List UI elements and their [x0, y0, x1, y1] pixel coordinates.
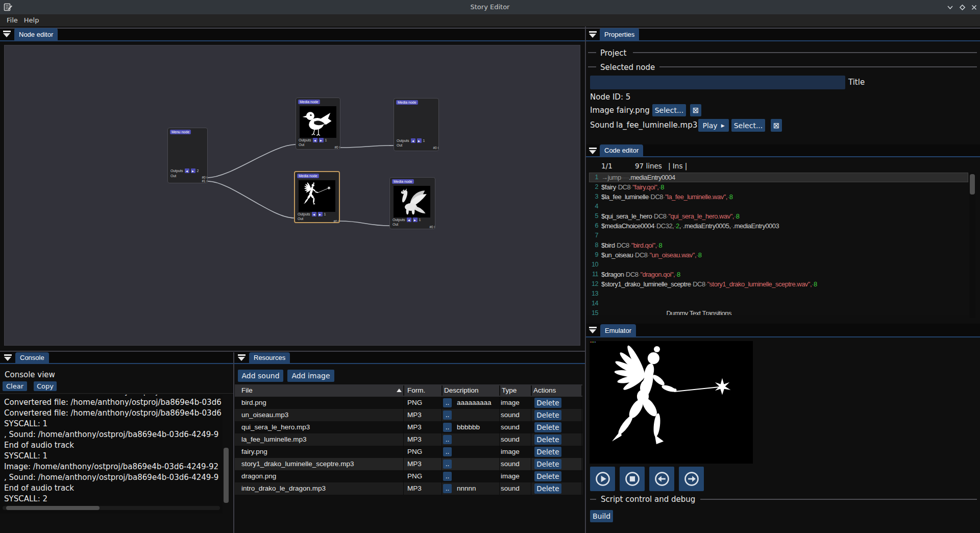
code-line-8[interactable]: 8$bird·DC8·"bird.qoi",·8	[586, 240, 975, 250]
console-vscrollbar[interactable]	[224, 448, 229, 503]
delete-button[interactable]: Delete	[534, 447, 561, 457]
image-clear-button[interactable]: ⊠	[690, 104, 701, 116]
tab-node-editor[interactable]: Node editor	[14, 28, 58, 41]
code-line-11[interactable]: 11$dragon·DC8·"dragon.qoi",·8	[586, 270, 975, 279]
col-type[interactable]: Type	[502, 384, 517, 397]
graph-node-bird-1[interactable]: Media nodeOutputs◀▶1Out#0 Out	[296, 98, 340, 150]
copy-button[interactable]: Copy	[34, 381, 57, 391]
code-line-7[interactable]: 7	[586, 231, 975, 240]
graph-node-fairy-3[interactable]: Media nodeOutputs◀▶1Out#0 Out	[294, 171, 340, 223]
delete-button[interactable]: Delete	[534, 422, 561, 432]
code-line-9[interactable]: 9$un_oiseau·DC8·"un_oiseau.wav",·8	[586, 250, 975, 260]
clear-button[interactable]: Clear	[3, 381, 27, 391]
col-description[interactable]: Description	[444, 384, 479, 397]
col-form[interactable]: Form.	[407, 384, 425, 397]
tab-emulator[interactable]: Emulator	[600, 324, 636, 336]
collapse-icon[interactable]	[4, 354, 12, 361]
left-horizontal-splitter[interactable]	[0, 351, 585, 352]
increment-outputs-button[interactable]: ▶	[318, 212, 323, 216]
description-edit-button[interactable]: ..	[443, 435, 452, 444]
sound-play-button[interactable]: Play▶	[698, 119, 729, 132]
collapse-icon[interactable]	[238, 354, 246, 361]
emulator-step-back-button[interactable]	[649, 467, 674, 491]
increment-outputs-button[interactable]: ▶	[413, 217, 418, 222]
sound-clear-button[interactable]: ⊠	[771, 119, 782, 132]
resource-row-intro_drako_le_dragon.mp3[interactable]: intro_drako_le_dragon.mp3MP3..nnnnnsound…	[235, 482, 582, 495]
code-line-1[interactable]: 1→jump····.mediaEntry0004	[586, 173, 975, 182]
resource-row-dragon.png[interactable]: dragon.pngPNG..imageDelete	[235, 470, 582, 482]
description-edit-button[interactable]: ..	[443, 484, 452, 493]
emulator-stop-button[interactable]	[620, 467, 645, 491]
resources-table-header[interactable]: File Form. Description Type Actions	[235, 384, 582, 397]
code-line-12[interactable]: 12$story1_drako_luminelle_sceptre·DC8·"s…	[586, 279, 975, 289]
graph-node-plain-0[interactable]: Menu nodeOutputs◀▶2Out#0 Out#1 Out	[167, 128, 208, 183]
maximize-window-icon[interactable]	[956, 0, 968, 14]
tab-resources[interactable]: Resources	[249, 352, 290, 363]
col-file[interactable]: File	[241, 384, 253, 397]
code-line-14[interactable]: 14	[586, 299, 975, 308]
tab-console[interactable]: Console	[15, 352, 49, 363]
description-edit-button[interactable]: ..	[443, 459, 452, 469]
graph-node-dragon-4[interactable]: Media nodeOutputs◀▶1Out#0 Out	[389, 177, 435, 229]
collapse-icon[interactable]	[589, 31, 597, 38]
code-line-5[interactable]: 5$qui_sera_le_hero·DC8·"qui_sera_le_hero…	[586, 211, 975, 221]
collapse-icon[interactable]	[3, 31, 11, 38]
decrement-outputs-button[interactable]: ◀	[312, 212, 316, 216]
console-resources-splitter[interactable]	[233, 352, 234, 533]
col-actions[interactable]: Actions	[533, 384, 556, 397]
tab-properties[interactable]: Properties	[600, 28, 639, 41]
increment-outputs-button[interactable]: ▶	[191, 168, 195, 173]
description-edit-button[interactable]: ..	[443, 398, 452, 407]
collapse-icon[interactable]	[589, 148, 597, 155]
close-window-icon[interactable]	[968, 0, 980, 14]
description-edit-button[interactable]: ..	[443, 472, 452, 481]
image-select-button[interactable]: Select...	[652, 104, 686, 116]
decrement-outputs-button[interactable]: ◀	[185, 168, 189, 173]
description-edit-button[interactable]: ..	[443, 423, 452, 432]
description-edit-button[interactable]: ..	[443, 410, 452, 420]
console-log[interactable]: Convertered file: /home/anthony/ostproj/…	[0, 395, 223, 514]
title-input[interactable]	[590, 76, 845, 89]
resource-row-un_oiseau.mp3[interactable]: un_oiseau.mp3MP3..soundDelete	[235, 409, 582, 421]
resource-row-bird.png[interactable]: bird.pngPNG..aaaaaaaaaimageDelete	[235, 397, 582, 409]
code-line-6[interactable]: 6$mediaChoice0004·DC32,·2,·.mediaEntry00…	[586, 221, 975, 231]
delete-button[interactable]: Delete	[534, 459, 561, 469]
code-line-4[interactable]: 4	[586, 202, 975, 211]
code-line-3[interactable]: 3$la_fee_luminelle·DC8·"la_fee_luminelle…	[586, 192, 975, 202]
increment-outputs-button[interactable]: ▶	[417, 138, 422, 143]
sound-select-button[interactable]: Select...	[731, 119, 765, 132]
tab-code-editor[interactable]: Code editor	[600, 144, 643, 156]
resource-row-fairy.png[interactable]: fairy.pngPNG..imageDelete	[235, 446, 582, 458]
code-editor-area[interactable]: 1→jump····.mediaEntry00042$fairy·DC8·"fa…	[586, 173, 975, 315]
console-hscrollbar[interactable]	[6, 506, 100, 510]
node-graph-canvas[interactable]: Menu nodeOutputs◀▶2Out#0 Out#1 OutMedia …	[4, 45, 580, 346]
resource-row-story1_drako_luminelle_sceptre.mp3[interactable]: story1_drako_luminelle_sceptre.mp3MP3..s…	[235, 458, 582, 470]
resource-row-la_fee_luminelle.mp3[interactable]: la_fee_luminelle.mp3MP3..soundDelete	[235, 433, 582, 446]
resource-row-qui_sera_le_hero.mp3[interactable]: qui_sera_le_hero.mp3MP3..bbbbbbsoundDele…	[235, 421, 582, 433]
emulator-play-button[interactable]	[590, 467, 615, 491]
add-sound-button[interactable]: Add sound	[238, 370, 283, 382]
menu-help[interactable]: Help	[21, 14, 42, 27]
build-button[interactable]: Build	[590, 510, 613, 522]
delete-button[interactable]: Delete	[534, 471, 561, 481]
add-image-button[interactable]: Add image	[287, 370, 334, 382]
decrement-outputs-button[interactable]: ◀	[407, 217, 411, 222]
increment-outputs-button[interactable]: ▶	[319, 138, 324, 142]
decrement-outputs-button[interactable]: ◀	[313, 138, 317, 142]
delete-button[interactable]: Delete	[534, 434, 561, 445]
menu-file[interactable]: File	[4, 14, 21, 27]
decrement-outputs-button[interactable]: ◀	[411, 138, 415, 143]
code-line-10[interactable]: 10	[586, 260, 975, 270]
delete-button[interactable]: Delete	[534, 483, 561, 494]
code-line-2[interactable]: 2$fairy·DC8·"fairy.qoi",·8	[586, 182, 975, 192]
shade-window-icon[interactable]	[944, 0, 956, 14]
delete-button[interactable]: Delete	[534, 398, 561, 408]
collapse-icon[interactable]	[589, 327, 597, 334]
graph-node-plain-2[interactable]: Media nodeOutputs◀▶1Out#0 Out	[394, 98, 439, 151]
delete-button[interactable]: Delete	[534, 410, 561, 420]
code-vscrollbar[interactable]	[970, 174, 975, 195]
code-line-13[interactable]: 13	[586, 289, 975, 299]
code-line-15[interactable]: 15 Dummy Text Transitions	[586, 308, 975, 315]
description-edit-button[interactable]: ..	[443, 447, 452, 456]
emulator-step-forward-button[interactable]	[679, 467, 704, 491]
